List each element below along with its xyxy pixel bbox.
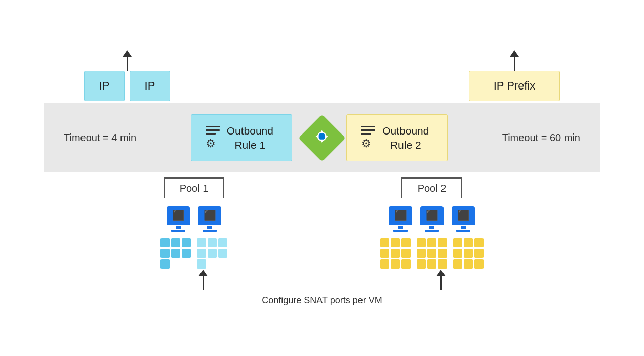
monitor-stand-3 xyxy=(398,226,403,229)
bottom-arrow-left xyxy=(198,270,208,290)
monitor-base-4 xyxy=(425,230,439,232)
ip-boxes: IP IP xyxy=(84,71,170,101)
outbound-rule-1: ⚙ OutboundRule 1 xyxy=(191,114,292,161)
rule-2-text: OutboundRule 2 xyxy=(382,124,429,152)
middle-band: Timeout = 4 min ⚙ OutboundRule 1 xyxy=(44,103,600,172)
ip-box-1: IP xyxy=(84,71,125,101)
monitor-body-4: ⬛ xyxy=(420,206,444,225)
lb-svg xyxy=(313,127,331,145)
arrow-head-icon-right xyxy=(510,50,519,57)
arrow-head-left xyxy=(198,270,208,276)
monitor-stand-1 xyxy=(176,226,181,229)
ip-prefix-box: IP Prefix xyxy=(469,71,560,101)
port-grid-2 xyxy=(197,238,227,269)
port-grid-1 xyxy=(160,238,191,269)
top-right-prefix: IP Prefix xyxy=(469,50,560,104)
rule-1-icon: ⚙ xyxy=(206,126,220,150)
rule-lines-icon-2 xyxy=(361,126,375,135)
pool-1-port-grids xyxy=(160,238,227,269)
right-arrow-up xyxy=(510,50,519,71)
pools-row: Pool 1 ⬛ ⬛ xyxy=(44,177,600,269)
gear-icon-2: ⚙ xyxy=(361,137,375,150)
top-row: IP IP IP Prefix xyxy=(44,50,600,104)
vm-icon-4: ⬛ xyxy=(420,206,444,232)
monitor-base-3 xyxy=(393,230,408,232)
monitor-base-1 xyxy=(171,230,185,232)
monitor-base-5 xyxy=(456,230,470,232)
vm-icon-5: ⬛ xyxy=(452,206,475,232)
cube-icon-1: ⬛ xyxy=(172,209,185,221)
monitor-base-2 xyxy=(203,230,217,232)
outbound-rule-2: ⚙ OutboundRule 2 xyxy=(346,114,448,161)
monitor-stand-2 xyxy=(207,226,212,229)
arrow-head-icon xyxy=(123,50,132,57)
ip-box-2: IP xyxy=(130,71,170,101)
pool-1-label: Pool 1 xyxy=(164,177,225,198)
bottom-label: Configure SNAT ports per VM xyxy=(262,295,382,306)
rule-line-4 xyxy=(361,126,375,127)
port-grid-5 xyxy=(453,238,484,269)
rule-1-text: OutboundRule 1 xyxy=(227,124,273,152)
vm-icon-1: ⬛ xyxy=(167,206,190,232)
vm-icon-2: ⬛ xyxy=(198,206,221,232)
arrow-stem xyxy=(127,57,128,71)
top-left-ips: IP IP xyxy=(84,50,170,104)
monitor-body-2: ⬛ xyxy=(198,206,221,225)
pool-2-port-grids xyxy=(380,238,484,269)
pool-1-section: Pool 1 ⬛ ⬛ xyxy=(160,177,227,269)
pool-2-section: Pool 2 ⬛ ⬛ xyxy=(380,177,484,269)
cube-icon-4: ⬛ xyxy=(426,209,438,221)
rule-2-icon: ⚙ xyxy=(361,126,375,150)
bottom-arrow-right xyxy=(436,270,446,290)
port-grid-4 xyxy=(417,238,447,269)
rule-lines-icon xyxy=(206,126,220,135)
left-arrow-up xyxy=(123,50,132,71)
port-grid-3 xyxy=(380,238,411,269)
cube-icon-2: ⬛ xyxy=(204,209,216,221)
timeout-right-label: Timeout = 60 min xyxy=(502,132,580,144)
arrow-stem-right-bottom xyxy=(440,276,442,290)
rule-line-3 xyxy=(206,133,216,135)
pool-1-vms: ⬛ ⬛ xyxy=(167,206,221,232)
cube-icon-5: ⬛ xyxy=(457,209,470,221)
pool-2-vms: ⬛ ⬛ ⬛ xyxy=(389,206,475,232)
lb-inner-icon xyxy=(313,127,331,148)
pool-2-label: Pool 2 xyxy=(401,177,463,198)
arrow-head-right xyxy=(436,270,446,276)
rule-line-2 xyxy=(206,129,220,131)
diamond-shape xyxy=(298,114,345,161)
monitor-stand-4 xyxy=(429,226,434,229)
rule-line-6 xyxy=(361,133,371,135)
load-balancer-icon xyxy=(305,121,339,155)
arrow-stem-right xyxy=(514,57,515,71)
rule-line-1 xyxy=(206,126,220,127)
diagram: IP IP IP Prefix Timeout = 4 min ⚙ xyxy=(44,50,600,306)
monitor-stand-5 xyxy=(461,226,466,229)
rule-line-5 xyxy=(361,129,375,131)
gear-icon-1: ⚙ xyxy=(206,137,220,150)
arrow-stem-left xyxy=(203,276,204,290)
cube-icon-3: ⬛ xyxy=(394,209,407,221)
monitor-body-3: ⬛ xyxy=(389,206,412,225)
monitor-body-1: ⬛ xyxy=(167,206,190,225)
monitor-body-5: ⬛ xyxy=(452,206,475,225)
timeout-left-label: Timeout = 4 min xyxy=(64,132,136,144)
bottom-arrows xyxy=(44,270,600,290)
vm-icon-3: ⬛ xyxy=(389,206,412,232)
